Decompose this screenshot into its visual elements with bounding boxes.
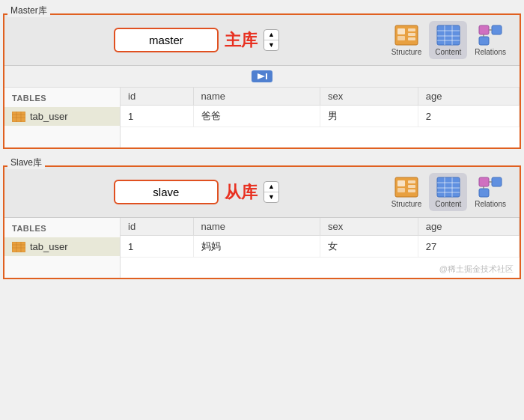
svg-rect-27 (397, 188, 405, 192)
slave-col-id: id (121, 218, 193, 236)
content-icon (436, 24, 461, 46)
svg-rect-3 (408, 28, 415, 31)
relations-icon (478, 24, 503, 46)
svg-rect-1 (397, 28, 405, 34)
svg-rect-28 (408, 180, 415, 183)
slave-data-row: 1 妈妈 女 27 (121, 236, 520, 258)
slave-col-name: name (193, 218, 320, 236)
master-panel: 主库 ▲ ▼ Structure (3, 13, 521, 149)
slave-col-sex: sex (320, 218, 418, 236)
master-col-name: name (193, 88, 320, 106)
slave-structure-icon (394, 176, 419, 198)
structure-icon (394, 24, 419, 46)
svg-rect-30 (408, 189, 415, 192)
master-col-age: age (418, 88, 519, 106)
svg-rect-38 (492, 177, 502, 186)
master-content-btn[interactable]: Content (429, 21, 467, 59)
slave-content-btn[interactable]: Content (429, 173, 467, 211)
slave-db-label-cn: 从库 (225, 181, 258, 204)
svg-rect-39 (479, 189, 489, 197)
master-col-sex: sex (320, 88, 418, 106)
watermark: @稀土掘金技术社区 (439, 264, 514, 275)
table-grid-icon (12, 112, 25, 122)
slave-col-age: age (418, 218, 519, 236)
master-panel-label: Master库 (7, 4, 50, 17)
slave-panel-label: Slave库 (7, 156, 45, 169)
master-db-input[interactable] (114, 28, 219, 52)
svg-rect-6 (437, 25, 460, 45)
master-data-row: 1 爸爸 男 2 (121, 106, 520, 127)
svg-rect-14 (479, 37, 489, 45)
slave-stepper[interactable]: ▲ ▼ (263, 181, 279, 203)
slave-table-name: tab_user (30, 241, 68, 252)
master-relations-btn[interactable]: Relations (469, 21, 512, 59)
master-col-id: id (121, 88, 193, 106)
svg-rect-4 (408, 33, 415, 36)
slave-relations-icon (478, 176, 503, 198)
master-table-item[interactable]: tab_user (4, 107, 120, 126)
svg-rect-37 (479, 177, 489, 186)
svg-rect-13 (492, 25, 502, 34)
master-content-label: Content (435, 48, 461, 56)
slave-content-icon (436, 176, 461, 198)
master-structure-btn[interactable]: Structure (386, 21, 428, 59)
master-stepper[interactable]: ▲ ▼ (263, 29, 279, 51)
svg-rect-26 (397, 180, 405, 186)
master-transfer-icon (250, 69, 274, 84)
slave-panel: 从库 ▲ ▼ Structure (3, 165, 521, 279)
svg-rect-2 (397, 36, 405, 40)
slave-table-grid-icon (12, 242, 25, 252)
slave-db-input[interactable] (114, 180, 219, 204)
slave-relations-btn[interactable]: Relations (469, 173, 512, 211)
master-table-name: tab_user (30, 111, 68, 122)
svg-rect-29 (408, 185, 415, 188)
slave-structure-btn[interactable]: Structure (386, 173, 428, 211)
svg-rect-12 (479, 25, 489, 34)
master-relations-label: Relations (475, 48, 506, 56)
slave-table-item[interactable]: tab_user (4, 237, 120, 256)
slave-tables-header: TABLES (4, 222, 120, 237)
svg-rect-5 (408, 37, 415, 40)
slave-relations-label: Relations (475, 200, 506, 208)
master-db-label-cn: 主库 (225, 29, 258, 52)
master-structure-label: Structure (392, 48, 422, 56)
svg-rect-42 (12, 242, 25, 252)
svg-rect-20 (12, 112, 25, 122)
slave-content-label: Content (435, 200, 461, 208)
master-tables-header: TABLES (4, 92, 120, 107)
slave-structure-label: Structure (392, 200, 422, 208)
svg-rect-31 (437, 177, 460, 197)
